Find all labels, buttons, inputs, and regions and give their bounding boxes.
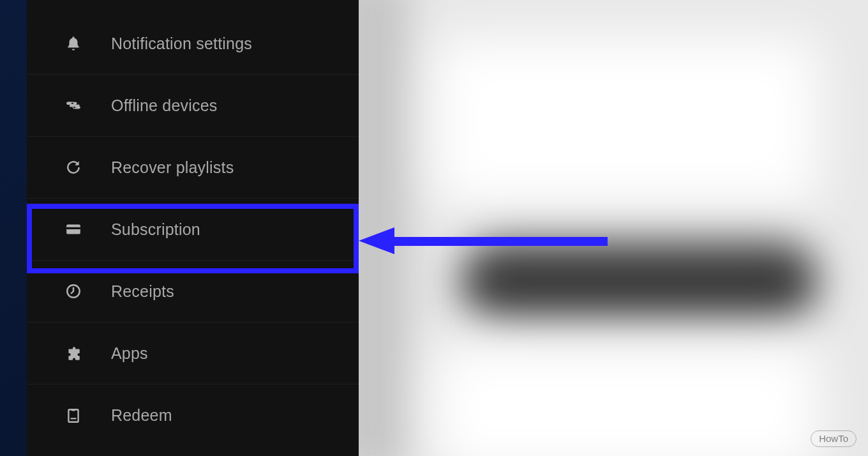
sidebar-item-recover-playlists[interactable]: Recover playlists xyxy=(27,137,359,199)
toggle-icon xyxy=(64,96,83,115)
puzzle-icon xyxy=(64,344,83,363)
sidebar-item-apps[interactable]: Apps xyxy=(27,323,359,384)
sidebar-item-label: Recover playlists xyxy=(111,158,234,177)
sidebar-item-label: Subscription xyxy=(111,220,200,239)
svg-rect-3 xyxy=(73,107,75,108)
sidebar-item-offline-devices[interactable]: Offline devices xyxy=(27,75,359,137)
sidebar-item-notification-settings[interactable]: Notification settings xyxy=(27,13,359,75)
sidebar-item-receipts[interactable]: Receipts xyxy=(27,261,359,323)
card-icon xyxy=(64,220,83,239)
bell-icon xyxy=(64,34,83,53)
clock-icon xyxy=(64,282,83,301)
voucher-icon xyxy=(64,406,83,425)
settings-sidebar: Notification settings Offline devices Re… xyxy=(27,0,359,456)
sidebar-item-redeem[interactable]: Redeem xyxy=(27,384,359,446)
sidebar-item-subscription[interactable]: Subscription xyxy=(27,199,359,261)
sidebar-item-label: Receipts xyxy=(111,282,174,301)
sidebar-item-label: Apps xyxy=(111,344,148,363)
sidebar-item-label: Notification settings xyxy=(111,34,252,53)
sidebar-item-label: Redeem xyxy=(111,406,172,425)
left-background-strip xyxy=(0,0,27,456)
watermark-badge: HowTo xyxy=(811,430,857,447)
svg-rect-8 xyxy=(71,409,76,411)
sidebar-item-label: Offline devices xyxy=(111,96,218,115)
svg-rect-2 xyxy=(71,103,73,104)
svg-rect-5 xyxy=(66,227,80,229)
blurred-content-area xyxy=(359,0,868,456)
watermark-text: HowTo xyxy=(819,433,848,444)
refresh-icon xyxy=(64,158,83,177)
svg-rect-7 xyxy=(68,409,78,422)
